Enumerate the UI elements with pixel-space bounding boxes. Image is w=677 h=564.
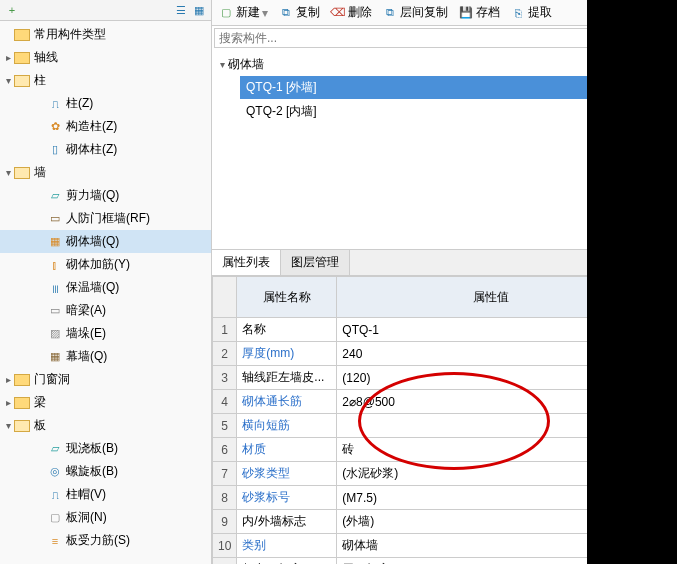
component-icon: ▦: [48, 235, 62, 249]
new-icon: ▢: [218, 5, 234, 21]
tree-slab[interactable]: ▾板: [0, 414, 211, 437]
component-icon: ◎: [48, 465, 62, 479]
tab-layers[interactable]: 图层管理: [281, 250, 350, 275]
tree-opening[interactable]: ▸门窗洞: [0, 368, 211, 391]
component-icon: ≡: [48, 534, 62, 548]
component-icon: ▨: [48, 327, 62, 341]
tree-beam[interactable]: ▸梁: [0, 391, 211, 414]
prop-name[interactable]: 名称: [237, 318, 337, 342]
prop-name[interactable]: 类别: [237, 534, 337, 558]
tree-leaf[interactable]: ▦幕墙(Q): [0, 345, 211, 368]
save-icon: 💾: [458, 5, 474, 21]
layer-copy-button[interactable]: ⧉层间复制: [378, 2, 452, 23]
tree-leaf[interactable]: ▭暗梁(A): [0, 299, 211, 322]
tree-leaf[interactable]: ▱剪力墙(Q): [0, 184, 211, 207]
component-icon: ⫿: [48, 258, 62, 272]
component-icon: ⎍: [48, 488, 62, 502]
component-icon: ▯: [48, 143, 62, 157]
tree-leaf[interactable]: ✿构造柱(Z): [0, 115, 211, 138]
tree-leaf[interactable]: ▯砌体柱(Z): [0, 138, 211, 161]
tree-leaf[interactable]: ⎍柱帽(V): [0, 483, 211, 506]
prop-name[interactable]: 内/外墙标志: [237, 510, 337, 534]
component-tree: 常用构件类型 ▸轴线 ▾柱 ⎍柱(Z)✿构造柱(Z)▯砌体柱(Z) ▾墙 ▱剪力…: [0, 21, 211, 554]
copy-button[interactable]: ⧉复制: [274, 2, 324, 23]
tab-properties[interactable]: 属性列表: [212, 250, 281, 275]
tree-column[interactable]: ▾柱: [0, 69, 211, 92]
prop-name[interactable]: 轴线距左墙皮...: [237, 366, 337, 390]
new-button[interactable]: ▢新建 ▾: [214, 2, 272, 23]
component-icon: ▦: [48, 350, 62, 364]
tree-leaf[interactable]: ⎍柱(Z): [0, 92, 211, 115]
component-icon: ⫼: [48, 281, 62, 295]
component-icon: ▱: [48, 189, 62, 203]
prop-name[interactable]: 砌体通长筋: [237, 390, 337, 414]
extract-button[interactable]: ⎘提取: [506, 2, 556, 23]
tree-leaf[interactable]: ▦砌体墙(Q): [0, 230, 211, 253]
tree-leaf[interactable]: ▢板洞(N): [0, 506, 211, 529]
add-icon[interactable]: +: [4, 2, 20, 18]
prop-name[interactable]: 横向短筋: [237, 414, 337, 438]
list-icon[interactable]: ☰: [173, 2, 189, 18]
copy-icon: ⧉: [278, 5, 294, 21]
grid-icon[interactable]: ▦: [191, 2, 207, 18]
tree-common[interactable]: 常用构件类型: [0, 23, 211, 46]
component-icon: ▱: [48, 442, 62, 456]
extract-icon: ⎘: [510, 5, 526, 21]
prop-name[interactable]: 砂浆类型: [237, 462, 337, 486]
tree-leaf[interactable]: ⫼保温墙(Q): [0, 276, 211, 299]
tree-axis[interactable]: ▸轴线: [0, 46, 211, 69]
black-area: [587, 0, 677, 564]
tree-leaf[interactable]: ⫿砌体加筋(Y): [0, 253, 211, 276]
delete-button[interactable]: ⌫删除: [326, 2, 376, 23]
tree-wall[interactable]: ▾墙: [0, 161, 211, 184]
component-icon: ✿: [48, 120, 62, 134]
save-button[interactable]: 💾存档: [454, 2, 504, 23]
layer-copy-icon: ⧉: [382, 5, 398, 21]
delete-icon: ⌫: [330, 5, 346, 21]
prop-name[interactable]: 厚度(mm): [237, 342, 337, 366]
tree-leaf[interactable]: ▱现浇板(B): [0, 437, 211, 460]
component-icon: ⎍: [48, 97, 62, 111]
prop-name[interactable]: 起点顶标高(m): [237, 558, 337, 565]
tree-leaf[interactable]: ≡板受力筋(S): [0, 529, 211, 552]
prop-name[interactable]: 砂浆标号: [237, 486, 337, 510]
component-icon: ▭: [48, 304, 62, 318]
tree-leaf[interactable]: ▭人防门框墙(RF): [0, 207, 211, 230]
col-name: 属性名称: [237, 277, 337, 318]
tree-leaf[interactable]: ▨墙垛(E): [0, 322, 211, 345]
prop-name[interactable]: 材质: [237, 438, 337, 462]
component-icon: ▢: [48, 511, 62, 525]
component-icon: ▭: [48, 212, 62, 226]
tree-leaf[interactable]: ◎螺旋板(B): [0, 460, 211, 483]
